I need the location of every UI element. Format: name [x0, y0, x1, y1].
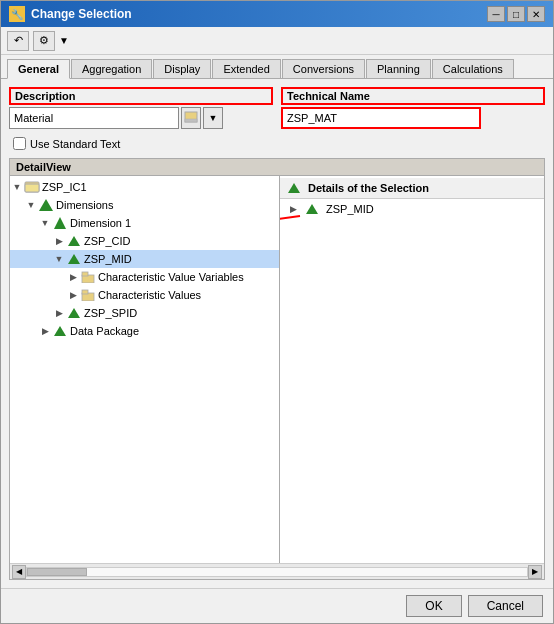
fields-row: Description ▼ Technical Name [9, 87, 545, 129]
zspspid-label: ZSP_SPID [84, 307, 137, 319]
technical-name-field-group: Technical Name [281, 87, 545, 129]
main-content: Description ▼ Technical Name [1, 79, 553, 588]
dimensions-icon [38, 197, 54, 213]
split-body: ▼ ZSP_IC1 ▼ Dimensions [10, 176, 544, 563]
tree-item-zspspid[interactable]: ▶ ZSP_SPID [10, 304, 279, 322]
datapackage-label: Data Package [70, 325, 139, 337]
details-panel-header: Details of the Selection [280, 178, 544, 199]
toggle-zspspid[interactable]: ▶ [52, 306, 66, 320]
title-bar-controls: ─ □ ✕ [487, 6, 545, 22]
scrollbar-track[interactable] [26, 567, 528, 577]
svg-rect-3 [25, 184, 39, 192]
tree-item-datapackage[interactable]: ▶ Data Package [10, 322, 279, 340]
svg-marker-15 [306, 204, 318, 214]
tree-item-charvalvar[interactable]: ▶ Characteristic Value Variables [10, 268, 279, 286]
zspmid-icon [66, 251, 82, 267]
zspmid-label: ZSP_MID [84, 253, 132, 265]
svg-rect-11 [82, 290, 88, 294]
dim1-icon [52, 215, 68, 231]
toggle-dim1[interactable]: ▼ [38, 216, 52, 230]
toggle-root[interactable]: ▼ [10, 180, 24, 194]
tab-general[interactable]: General [7, 59, 70, 79]
browse-icon [184, 111, 198, 125]
description-down-btn[interactable]: ▼ [203, 107, 223, 129]
title-bar: 🔧 Change Selection ─ □ ✕ [1, 1, 553, 27]
toolbar: ↶ ⚙ ▼ [1, 27, 553, 55]
scroll-left-btn[interactable]: ◀ [12, 565, 26, 579]
svg-marker-12 [68, 308, 80, 318]
scrollbar-thumb[interactable] [27, 568, 87, 576]
datapackage-icon [52, 323, 68, 339]
details-panel: Details of the Selection ▶ ZSP_MID [280, 176, 544, 563]
zspcid-icon [66, 233, 82, 249]
main-window: 🔧 Change Selection ─ □ ✕ ↶ ⚙ ▼ General A… [0, 0, 554, 624]
svg-marker-5 [54, 217, 66, 229]
tree-item-zspmid[interactable]: ▼ ZSP_MID [10, 250, 279, 268]
toggle-zspmid[interactable]: ▼ [52, 252, 66, 266]
svg-rect-1 [185, 119, 197, 122]
charval-label: Characteristic Values [98, 289, 201, 301]
undo-button[interactable]: ↶ [7, 31, 29, 51]
tab-conversions[interactable]: Conversions [282, 59, 365, 78]
footer: OK Cancel [1, 588, 553, 623]
use-standard-text-row: Use Standard Text [9, 135, 545, 152]
svg-marker-13 [54, 326, 66, 336]
description-browse-btn[interactable] [181, 107, 201, 129]
tab-calculations[interactable]: Calculations [432, 59, 514, 78]
ok-button[interactable]: OK [406, 595, 461, 617]
tree-panel[interactable]: ▼ ZSP_IC1 ▼ Dimensions [10, 176, 280, 563]
toggle-zspcid[interactable]: ▶ [52, 234, 66, 248]
tree-item-root[interactable]: ▼ ZSP_IC1 [10, 178, 279, 196]
scroll-right-btn[interactable]: ▶ [528, 565, 542, 579]
details-item-label: ZSP_MID [326, 203, 374, 215]
description-field-group: Description ▼ [9, 87, 273, 129]
root-label: ZSP_IC1 [42, 181, 87, 193]
description-input[interactable] [9, 107, 179, 129]
svg-marker-6 [68, 236, 80, 246]
tree-item-zspcid[interactable]: ▶ ZSP_CID [10, 232, 279, 250]
dim1-label: Dimension 1 [70, 217, 131, 229]
description-label: Description [9, 87, 273, 105]
description-input-row: ▼ [9, 107, 273, 129]
tree-item-charval[interactable]: ▶ Characteristic Values [10, 286, 279, 304]
cancel-button[interactable]: Cancel [468, 595, 543, 617]
root-icon [24, 179, 40, 195]
dimensions-label: Dimensions [56, 199, 113, 211]
window-icon: 🔧 [9, 6, 25, 22]
tree-item-dimensions[interactable]: ▼ Dimensions [10, 196, 279, 214]
svg-marker-14 [288, 183, 300, 193]
tree-item-dimension1[interactable]: ▼ Dimension 1 [10, 214, 279, 232]
tab-extended[interactable]: Extended [212, 59, 280, 78]
close-button[interactable]: ✕ [527, 6, 545, 22]
charval-icon [80, 287, 96, 303]
use-standard-text-checkbox[interactable] [13, 137, 26, 150]
settings-button[interactable]: ⚙ [33, 31, 55, 51]
technical-name-input[interactable] [281, 107, 481, 129]
zspspid-icon [66, 305, 82, 321]
window-title: Change Selection [31, 7, 132, 21]
zspcid-label: ZSP_CID [84, 235, 130, 247]
maximize-button[interactable]: □ [507, 6, 525, 22]
tab-aggregation[interactable]: Aggregation [71, 59, 152, 78]
details-item-icon [304, 201, 320, 217]
details-item-zspmid[interactable]: ▶ ZSP_MID [280, 199, 544, 219]
detail-view-header: DetailView [10, 159, 544, 176]
toggle-datapackage[interactable]: ▶ [38, 324, 52, 338]
detail-view-section: DetailView ▼ ZSP_IC1 ▼ [9, 158, 545, 580]
details-panel-title: Details of the Selection [308, 182, 429, 194]
tab-display[interactable]: Display [153, 59, 211, 78]
tab-planning[interactable]: Planning [366, 59, 431, 78]
dropdown-arrow[interactable]: ▼ [59, 35, 69, 46]
details-toggle: ▶ [286, 202, 300, 216]
toggle-charval[interactable]: ▶ [66, 288, 80, 302]
title-bar-left: 🔧 Change Selection [9, 6, 132, 22]
charvalvar-icon [80, 269, 96, 285]
minimize-button[interactable]: ─ [487, 6, 505, 22]
svg-line-17 [280, 216, 300, 244]
details-icon [286, 180, 302, 196]
technical-name-label: Technical Name [281, 87, 545, 105]
horizontal-scrollbar[interactable]: ◀ ▶ [10, 563, 544, 579]
use-standard-text-label: Use Standard Text [30, 138, 120, 150]
toggle-dimensions[interactable]: ▼ [24, 198, 38, 212]
toggle-charvalvar[interactable]: ▶ [66, 270, 80, 284]
